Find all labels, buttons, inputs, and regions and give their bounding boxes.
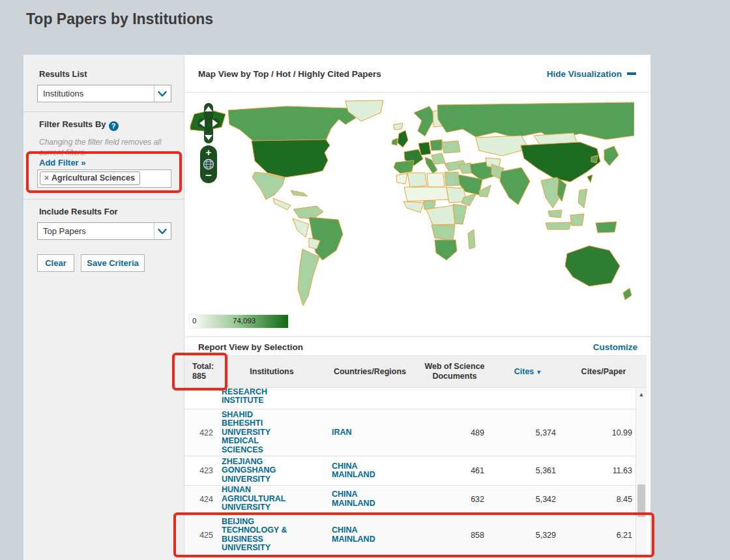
map-country-colombia-venezuela xyxy=(293,206,323,219)
country-label: IRAN xyxy=(332,428,394,437)
documents-value: 632 xyxy=(409,495,484,504)
map-country-madagascar xyxy=(468,229,475,249)
scroll-up-icon[interactable]: ▲ xyxy=(636,389,647,400)
institution-link[interactable]: SHAHID BEHESHTI UNIVERSITY MEDICAL SCIEN… xyxy=(222,411,295,455)
remove-filter-icon[interactable]: × xyxy=(44,173,49,183)
pan-down-icon[interactable] xyxy=(205,135,212,140)
scrollbar-thumb[interactable] xyxy=(637,484,645,517)
results-table: Total: 885 Institutions Countries/Region… xyxy=(184,355,647,557)
institution-link[interactable]: BEIJING TECHNOLOGY & BUSINESS UNIVERSITY xyxy=(222,518,295,553)
map-country-caribbean xyxy=(291,190,308,196)
column-header-cites-sort[interactable]: Cites▼ xyxy=(492,367,564,376)
map-country-libya xyxy=(427,173,445,187)
table-scrollbar[interactable]: ▲ xyxy=(635,388,647,560)
minus-icon xyxy=(627,72,636,75)
country-label: CHINA MAINLAND xyxy=(332,462,394,480)
map-country-canada xyxy=(228,106,356,141)
customize-link[interactable]: Customize xyxy=(593,342,637,352)
zoom-out-icon[interactable]: − xyxy=(200,169,217,183)
filter-chips-container[interactable]: ×Agricultural Sciences xyxy=(37,169,171,188)
map-country-ireland xyxy=(392,138,398,145)
hide-visualization-link[interactable]: Hide Visualization xyxy=(547,69,636,79)
column-header-countries[interactable]: Countries/Regions xyxy=(323,367,417,376)
cites-per-paper-value: 11.63 xyxy=(556,466,635,475)
chevron-down-icon[interactable] xyxy=(154,85,171,102)
map-country-morocco xyxy=(396,173,407,184)
table-header-row: Total: 885 Institutions Countries/Region… xyxy=(184,355,647,388)
map-zoom-control[interactable]: + − xyxy=(200,145,217,183)
pan-up-icon[interactable] xyxy=(205,106,212,111)
institution-link[interactable]: RESEARCH INSTITUTE xyxy=(222,388,295,405)
filter-chip-label: Agricultural Sciences xyxy=(51,173,135,183)
column-header-institutions[interactable]: Institutions xyxy=(221,367,323,376)
cites-value: 5,342 xyxy=(484,495,556,504)
clear-button[interactable]: Clear xyxy=(37,254,74,272)
map-country-brazil xyxy=(309,217,343,260)
table-row[interactable]: 424 HUNAN AGRICULTURAL UNIVERSITY CHINA … xyxy=(184,486,647,513)
map-country-south-africa xyxy=(435,240,457,260)
legend-max-value: 74,093 xyxy=(233,317,256,325)
results-list-select[interactable]: Institutions xyxy=(37,85,171,102)
sidebar-divider xyxy=(23,111,184,112)
map-country-ukraine xyxy=(442,141,460,153)
map-country-east-africa xyxy=(453,204,467,224)
sidebar-divider xyxy=(23,199,184,199)
pan-right-icon[interactable] xyxy=(212,119,218,127)
save-criteria-button[interactable]: Save Criteria xyxy=(81,254,145,272)
map-country-norway-sweden xyxy=(414,106,435,136)
table-row-highlighted[interactable]: 425 BEIJING TECHNOLOGY & BUSINESS UNIVER… xyxy=(184,513,647,557)
cites-per-paper-value: 10.99 xyxy=(556,428,635,437)
map-country-balkans xyxy=(431,153,445,164)
column-header-cites-per-paper[interactable]: Cites/Paper xyxy=(564,367,643,376)
rank: 425 xyxy=(184,531,213,540)
content-panel: Results List Institutions Filter Results… xyxy=(23,55,650,560)
table-row[interactable]: 422 SHAHID BEHESHTI UNIVERSITY MEDICAL S… xyxy=(184,409,647,456)
add-filter-link[interactable]: Add Filter » xyxy=(39,158,86,168)
map-pan-control[interactable] xyxy=(197,103,220,143)
help-icon[interactable]: ? xyxy=(109,121,119,131)
rank: 422 xyxy=(184,428,213,437)
map-country-iceland xyxy=(394,123,403,130)
rank: 424 xyxy=(184,495,213,504)
table-row-partial[interactable]: RESEARCH INSTITUTE xyxy=(184,388,647,409)
map-country-peru xyxy=(293,218,309,237)
chevron-down-icon[interactable] xyxy=(154,223,171,239)
world-map[interactable]: + − xyxy=(189,100,634,312)
map-country-russia xyxy=(437,102,634,140)
cites-per-paper-value: 6.21 xyxy=(556,531,635,540)
map-country-philippines xyxy=(578,189,587,208)
documents-value: 461 xyxy=(409,466,484,475)
total-count: Total: 885 xyxy=(184,362,221,381)
cites-per-paper-value: 8.45 xyxy=(556,495,635,504)
cites-value: 5,374 xyxy=(484,428,556,437)
map-country-central-america xyxy=(273,198,291,210)
map-country-new-guinea xyxy=(596,222,617,233)
institution-link[interactable]: ZHEJIANG GONGSHANG UNIVERSITY xyxy=(222,458,295,484)
map-country-sahel xyxy=(404,187,448,201)
filter-results-by-label: Filter Results By? xyxy=(39,119,119,131)
pan-left-icon[interactable] xyxy=(199,119,205,127)
choropleth-map xyxy=(189,100,634,312)
main-panel: Map View by Top / Hot / Highly Cited Pap… xyxy=(184,55,650,560)
map-country-angola-zambia xyxy=(431,225,455,241)
map-country-germany xyxy=(418,142,431,155)
map-country-australia xyxy=(565,246,620,286)
map-header: Map View by Top / Hot / Highly Cited Pap… xyxy=(184,55,650,93)
map-country-argentina-chile xyxy=(298,249,319,306)
column-header-documents[interactable]: Web of Science Documents xyxy=(417,362,492,381)
cites-value: 5,361 xyxy=(484,466,556,475)
zoom-in-icon[interactable]: + xyxy=(200,147,217,158)
table-row[interactable]: 423 ZHEJIANG GONGSHANG UNIVERSITY CHINA … xyxy=(184,456,647,486)
map-country-egypt xyxy=(445,172,460,186)
sort-desc-icon: ▼ xyxy=(536,369,542,376)
include-results-select[interactable]: Top Papers xyxy=(37,222,171,240)
map-view-title: Map View by Top / Hot / Highly Cited Pap… xyxy=(198,69,381,79)
map-country-taiwan xyxy=(587,175,592,183)
map-country-poland xyxy=(430,140,442,151)
cites-value: 5,329 xyxy=(484,531,556,540)
map-country-india xyxy=(500,168,530,205)
institution-link[interactable]: HUNAN AGRICULTURAL UNIVERSITY xyxy=(222,486,295,512)
filter-chip[interactable]: ×Agricultural Sciences xyxy=(40,171,140,185)
globe-icon[interactable] xyxy=(203,158,214,170)
filter-note: Changing the filter field removes all cu… xyxy=(39,137,176,158)
